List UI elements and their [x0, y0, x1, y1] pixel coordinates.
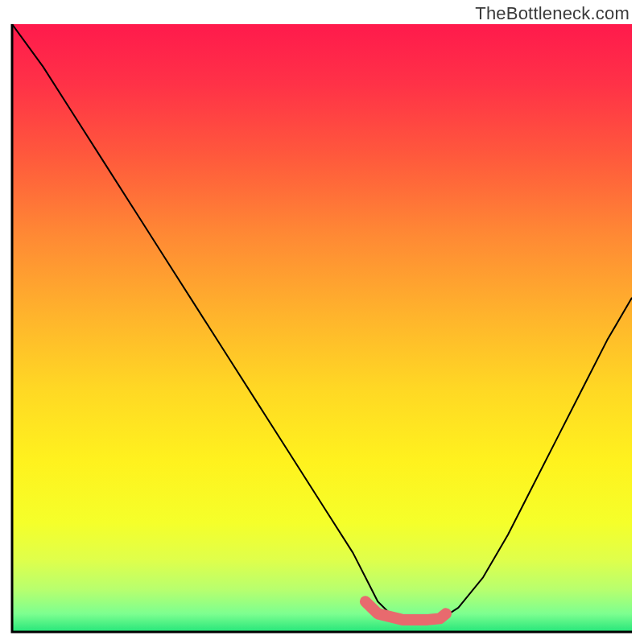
chart-frame: TheBottleneck.com — [0, 0, 644, 644]
bottleneck-plot — [0, 0, 644, 644]
svg-rect-1 — [12, 24, 632, 632]
